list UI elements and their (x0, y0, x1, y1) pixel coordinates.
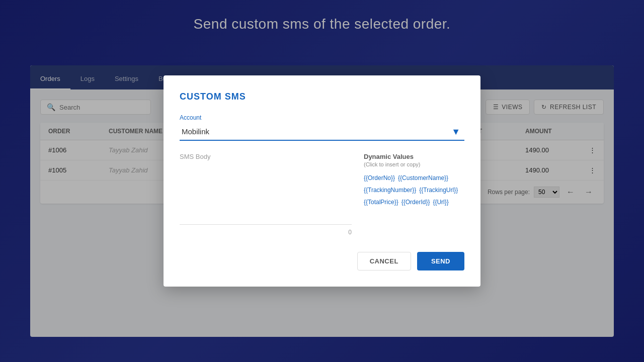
tag-total-price[interactable]: {{TotalPrice}} (364, 198, 398, 207)
dynamic-values-subtitle: (Click to insert or copy) (364, 161, 464, 167)
sms-body-textarea[interactable] (180, 164, 352, 225)
modal-footer: CANCEL SEND (180, 252, 464, 270)
modal-body: SMS Body 0 Dynamic Values (Click to inse… (180, 153, 464, 236)
tag-order-no[interactable]: {{OrderNo}} (364, 173, 395, 183)
account-label: Account (180, 114, 464, 121)
custom-sms-modal: CUSTOM SMS Account Mobilink Jazz Telenor… (164, 75, 480, 287)
account-select-wrapper: Mobilink Jazz Telenor ▼ (180, 123, 464, 141)
dynamic-values-title: Dynamic Values (364, 153, 464, 160)
sms-body-label: SMS Body (180, 153, 352, 160)
tag-tracking-number[interactable]: {{TrackingNumber}} (364, 186, 416, 195)
tag-customer-name[interactable]: {{CustomerName}} (398, 173, 448, 183)
tag-order-id[interactable]: {{OrderId}} (401, 198, 430, 207)
sms-body-section: SMS Body 0 (180, 153, 352, 236)
modal-title: CUSTOM SMS (180, 92, 464, 102)
dynamic-tags-container: {{OrderNo}} {{CustomerName}} {{TrackingN… (364, 173, 464, 207)
dynamic-values-section: Dynamic Values (Click to insert or copy)… (364, 153, 464, 236)
tag-tracking-url[interactable]: {{TrackingUrl}} (419, 186, 458, 195)
send-button[interactable]: SEND (417, 252, 464, 270)
account-group: Account Mobilink Jazz Telenor ▼ (180, 114, 464, 141)
cancel-button[interactable]: CANCEL (357, 252, 411, 270)
account-select[interactable]: Mobilink Jazz Telenor (180, 123, 464, 140)
char-count: 0 (180, 229, 352, 236)
tag-url[interactable]: {{Url}} (433, 198, 448, 207)
